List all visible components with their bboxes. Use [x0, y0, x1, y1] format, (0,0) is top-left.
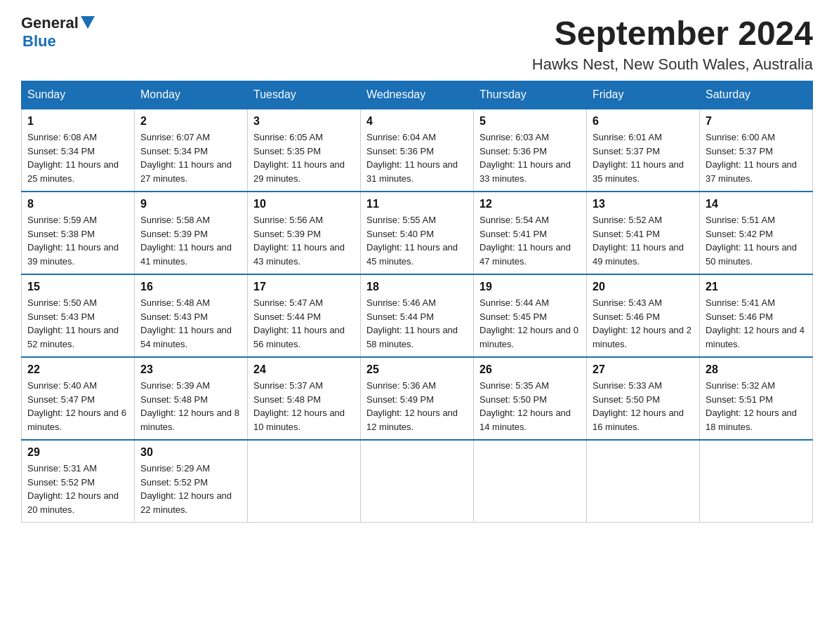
- day-number: 6: [593, 115, 694, 128]
- day-info: Sunrise: 6:07 AMSunset: 5:34 PMDaylight:…: [140, 130, 241, 185]
- logo-triangle-icon: [81, 16, 95, 29]
- day-number: 8: [27, 198, 128, 210]
- calendar-day-21: 21Sunrise: 5:41 AMSunset: 5:46 PMDayligh…: [700, 274, 813, 357]
- calendar-day-26: 26Sunrise: 5:35 AMSunset: 5:50 PMDayligh…: [474, 357, 587, 440]
- day-info: Sunrise: 6:04 AMSunset: 5:36 PMDaylight:…: [366, 130, 468, 185]
- calendar-day-15: 15Sunrise: 5:50 AMSunset: 5:43 PMDayligh…: [22, 274, 135, 357]
- day-number: 1: [27, 115, 128, 128]
- day-number: 15: [27, 281, 128, 293]
- day-info: Sunrise: 5:56 AMSunset: 5:39 PMDaylight:…: [253, 213, 355, 268]
- day-number: 28: [706, 363, 807, 376]
- day-number: 9: [140, 198, 241, 210]
- day-number: 18: [366, 281, 468, 293]
- day-info: Sunrise: 5:55 AMSunset: 5:40 PMDaylight:…: [366, 213, 468, 268]
- day-info: Sunrise: 5:40 AMSunset: 5:47 PMDaylight:…: [27, 379, 128, 434]
- calendar-day-2: 2Sunrise: 6:07 AMSunset: 5:34 PMDaylight…: [135, 109, 248, 192]
- calendar-day-12: 12Sunrise: 5:54 AMSunset: 5:41 PMDayligh…: [474, 192, 587, 274]
- calendar-day-18: 18Sunrise: 5:46 AMSunset: 5:44 PMDayligh…: [361, 274, 474, 357]
- calendar-day-20: 20Sunrise: 5:43 AMSunset: 5:46 PMDayligh…: [587, 274, 700, 357]
- day-info: Sunrise: 6:00 AMSunset: 5:37 PMDaylight:…: [706, 130, 807, 185]
- calendar-header-tuesday: Tuesday: [248, 81, 361, 109]
- day-info: Sunrise: 5:31 AMSunset: 5:52 PMDaylight:…: [27, 462, 128, 516]
- day-info: Sunrise: 6:01 AMSunset: 5:37 PMDaylight:…: [593, 130, 694, 185]
- day-info: Sunrise: 5:48 AMSunset: 5:43 PMDaylight:…: [140, 296, 241, 351]
- day-number: 24: [253, 363, 355, 376]
- day-number: 11: [366, 198, 468, 210]
- day-info: Sunrise: 5:29 AMSunset: 5:52 PMDaylight:…: [140, 462, 241, 516]
- day-info: Sunrise: 6:08 AMSunset: 5:34 PMDaylight:…: [27, 130, 128, 185]
- day-number: 7: [706, 115, 807, 128]
- logo-blue-text: Blue: [22, 32, 56, 50]
- calendar-day-4: 4Sunrise: 6:04 AMSunset: 5:36 PMDaylight…: [361, 109, 474, 192]
- calendar-empty-cell: [587, 440, 700, 523]
- calendar-empty-cell: [248, 440, 361, 523]
- calendar-day-3: 3Sunrise: 6:05 AMSunset: 5:35 PMDaylight…: [248, 109, 361, 192]
- day-number: 13: [593, 198, 694, 210]
- calendar-empty-cell: [700, 440, 813, 523]
- calendar-day-6: 6Sunrise: 6:01 AMSunset: 5:37 PMDaylight…: [587, 109, 700, 192]
- day-number: 2: [140, 115, 241, 128]
- calendar-week-row: 8Sunrise: 5:59 AMSunset: 5:38 PMDaylight…: [22, 192, 813, 274]
- calendar-day-1: 1Sunrise: 6:08 AMSunset: 5:34 PMDaylight…: [22, 109, 135, 192]
- day-info: Sunrise: 5:51 AMSunset: 5:42 PMDaylight:…: [706, 213, 807, 268]
- calendar-day-7: 7Sunrise: 6:00 AMSunset: 5:37 PMDaylight…: [700, 109, 813, 192]
- day-info: Sunrise: 5:39 AMSunset: 5:48 PMDaylight:…: [140, 379, 241, 434]
- calendar-day-29: 29Sunrise: 5:31 AMSunset: 5:52 PMDayligh…: [22, 440, 135, 523]
- day-number: 3: [253, 115, 355, 128]
- calendar-empty-cell: [361, 440, 474, 523]
- calendar-header-wednesday: Wednesday: [361, 81, 474, 109]
- day-info: Sunrise: 5:58 AMSunset: 5:39 PMDaylight:…: [140, 213, 241, 268]
- day-number: 17: [253, 281, 355, 293]
- calendar-day-19: 19Sunrise: 5:44 AMSunset: 5:45 PMDayligh…: [474, 274, 587, 357]
- day-number: 23: [140, 363, 241, 376]
- header-right: September 2024 Hawks Nest, New South Wal…: [532, 14, 813, 74]
- day-info: Sunrise: 5:50 AMSunset: 5:43 PMDaylight:…: [27, 296, 128, 351]
- day-number: 12: [479, 198, 581, 210]
- day-info: Sunrise: 5:47 AMSunset: 5:44 PMDaylight:…: [253, 296, 355, 351]
- day-info: Sunrise: 5:59 AMSunset: 5:38 PMDaylight:…: [27, 213, 128, 268]
- logo: General Blue: [21, 14, 95, 51]
- day-info: Sunrise: 5:44 AMSunset: 5:45 PMDaylight:…: [479, 296, 581, 351]
- calendar-day-5: 5Sunrise: 6:03 AMSunset: 5:36 PMDaylight…: [474, 109, 587, 192]
- day-number: 30: [140, 446, 241, 459]
- day-number: 19: [479, 281, 581, 293]
- day-number: 5: [479, 115, 581, 128]
- page-title: September 2024: [532, 14, 813, 53]
- calendar-header-thursday: Thursday: [474, 81, 587, 109]
- day-number: 26: [479, 363, 581, 376]
- calendar-week-row: 15Sunrise: 5:50 AMSunset: 5:43 PMDayligh…: [22, 274, 813, 357]
- calendar-day-16: 16Sunrise: 5:48 AMSunset: 5:43 PMDayligh…: [135, 274, 248, 357]
- day-info: Sunrise: 5:46 AMSunset: 5:44 PMDaylight:…: [366, 296, 468, 351]
- calendar-header-monday: Monday: [135, 81, 248, 109]
- day-number: 22: [27, 363, 128, 376]
- calendar-day-10: 10Sunrise: 5:56 AMSunset: 5:39 PMDayligh…: [248, 192, 361, 274]
- day-info: Sunrise: 5:43 AMSunset: 5:46 PMDaylight:…: [593, 296, 694, 351]
- calendar-week-row: 1Sunrise: 6:08 AMSunset: 5:34 PMDaylight…: [22, 109, 813, 192]
- day-info: Sunrise: 5:35 AMSunset: 5:50 PMDaylight:…: [479, 379, 581, 434]
- calendar-day-8: 8Sunrise: 5:59 AMSunset: 5:38 PMDaylight…: [22, 192, 135, 274]
- calendar-empty-cell: [474, 440, 587, 523]
- day-info: Sunrise: 5:32 AMSunset: 5:51 PMDaylight:…: [706, 379, 807, 434]
- calendar-header-sunday: Sunday: [22, 81, 135, 109]
- calendar-week-row: 22Sunrise: 5:40 AMSunset: 5:47 PMDayligh…: [22, 357, 813, 440]
- day-info: Sunrise: 5:54 AMSunset: 5:41 PMDaylight:…: [479, 213, 581, 268]
- day-info: Sunrise: 5:41 AMSunset: 5:46 PMDaylight:…: [706, 296, 807, 351]
- day-number: 4: [366, 115, 468, 128]
- calendar-day-24: 24Sunrise: 5:37 AMSunset: 5:48 PMDayligh…: [248, 357, 361, 440]
- calendar-header-row: SundayMondayTuesdayWednesdayThursdayFrid…: [22, 81, 813, 109]
- day-number: 16: [140, 281, 241, 293]
- calendar-day-27: 27Sunrise: 5:33 AMSunset: 5:50 PMDayligh…: [587, 357, 700, 440]
- calendar-day-13: 13Sunrise: 5:52 AMSunset: 5:41 PMDayligh…: [587, 192, 700, 274]
- day-info: Sunrise: 5:37 AMSunset: 5:48 PMDaylight:…: [253, 379, 355, 434]
- day-number: 25: [366, 363, 468, 376]
- day-info: Sunrise: 5:33 AMSunset: 5:50 PMDaylight:…: [593, 379, 694, 434]
- calendar-day-28: 28Sunrise: 5:32 AMSunset: 5:51 PMDayligh…: [700, 357, 813, 440]
- calendar-day-25: 25Sunrise: 5:36 AMSunset: 5:49 PMDayligh…: [361, 357, 474, 440]
- day-number: 20: [593, 281, 694, 293]
- calendar-week-row: 29Sunrise: 5:31 AMSunset: 5:52 PMDayligh…: [22, 440, 813, 523]
- calendar-day-23: 23Sunrise: 5:39 AMSunset: 5:48 PMDayligh…: [135, 357, 248, 440]
- day-info: Sunrise: 5:36 AMSunset: 5:49 PMDaylight:…: [366, 379, 468, 434]
- logo-general-text: General: [21, 14, 79, 32]
- calendar-day-11: 11Sunrise: 5:55 AMSunset: 5:40 PMDayligh…: [361, 192, 474, 274]
- calendar-day-9: 9Sunrise: 5:58 AMSunset: 5:39 PMDaylight…: [135, 192, 248, 274]
